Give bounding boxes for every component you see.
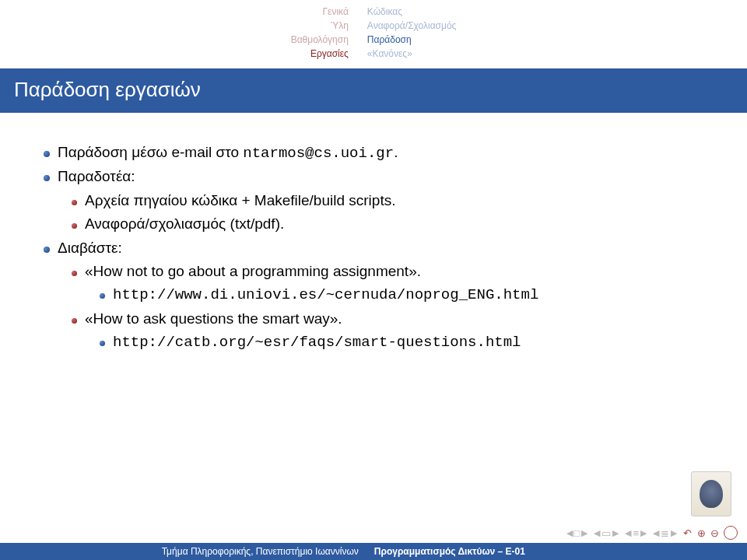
nav-goto-button[interactable]: ↶ — [682, 527, 693, 539]
bullet-icon — [72, 223, 77, 229]
text: Παράδοση μέσω e-mail στο — [58, 144, 243, 160]
bullet-icon — [72, 200, 77, 205]
text: Αρχεία πηγαίου κώδικα + Makefile/build s… — [85, 189, 395, 212]
bullet-icon — [72, 318, 77, 324]
list-item: Διαβάστε: — [44, 236, 716, 260]
nav-item[interactable]: Γενικά — [322, 5, 348, 19]
text: Παραδοτέα: — [58, 165, 135, 188]
nav-prev-subsection-button[interactable]: ◀▭▶ — [593, 527, 619, 539]
footer-bar: Τμήμα Πληροφορικής, Πανεπιστήμιο Ιωαννίν… — [0, 543, 747, 560]
bullet-icon — [44, 247, 50, 253]
list-item: Παραδοτέα: — [44, 165, 716, 188]
beamer-nav: ◀□▶ ◀▭▶ ◀≡▶ ◀≣▶ ↶ ⊕ ⊖ — [566, 526, 738, 540]
text: «How not to go about a programming assig… — [85, 260, 421, 283]
nav-item-active[interactable]: Παράδοση — [367, 33, 412, 47]
nav-item[interactable]: Βαθμολόγηση — [291, 33, 349, 47]
text: Αναφορά/σχολιασμός (txt/pdf). — [85, 212, 284, 236]
footer-institution: Τμήμα Πληροφορικής, Πανεπιστήμιο Ιωαννίν… — [0, 546, 370, 557]
nav-item-active[interactable]: Εργασίες — [310, 47, 349, 61]
nav-prev-frame-button[interactable]: ◀≡▶ — [624, 527, 647, 539]
nav-item[interactable]: Ύλη — [331, 19, 349, 33]
nav-search-button[interactable]: ⊕ — [697, 527, 706, 539]
bullet-icon — [100, 293, 105, 299]
footer-course: Προγραμματισμός Δικτύων – E-01 — [370, 546, 525, 557]
nav-prev-section-button[interactable]: ◀□▶ — [566, 527, 589, 539]
list-item: «How not to go about a programming assig… — [72, 260, 716, 283]
url-link[interactable]: http://catb.org/~esr/faqs/smart-question… — [113, 331, 521, 354]
nav-item[interactable]: «Κανόνες» — [367, 47, 412, 61]
list-item: Αναφορά/σχολιασμός (txt/pdf). — [72, 212, 716, 236]
bullet-icon — [100, 341, 105, 346]
nav-header: Γενικά Ύλη Βαθμολόγηση Εργασίες Κώδικας … — [0, 0, 747, 61]
email-address: ntarmos@cs.uoi.gr — [243, 145, 394, 162]
nav-right-col: Κώδικας Αναφορά/Σχολιασμός Παράδοση «Καν… — [367, 5, 457, 61]
bullet-icon — [44, 175, 50, 181]
nav-next-frame-button[interactable]: ◀≣▶ — [652, 527, 678, 539]
list-item: «How to ask questions the smart way». — [72, 307, 716, 331]
nav-zoom-button[interactable]: ⊖ — [710, 527, 719, 539]
text: «How to ask questions the smart way». — [85, 307, 342, 331]
nav-item[interactable]: Κώδικας — [367, 5, 402, 19]
bullet-icon — [72, 271, 77, 276]
university-logo — [691, 471, 731, 516]
nav-left-col: Γενικά Ύλη Βαθμολόγηση Εργασίες — [291, 5, 349, 61]
list-item: http://catb.org/~esr/faqs/smart-question… — [100, 331, 716, 354]
list-item: Αρχεία πηγαίου κώδικα + Makefile/build s… — [72, 189, 716, 212]
list-item: http://www.di.uniovi.es/~cernuda/noprog_… — [100, 283, 716, 306]
nav-cycle-button[interactable] — [724, 526, 738, 540]
slide-title: Παράδοση εργασιών — [0, 68, 747, 113]
text: Διαβάστε: — [58, 236, 122, 260]
text: . — [394, 144, 398, 160]
bullet-icon — [44, 151, 50, 157]
slide-content: Παράδοση μέσω e-mail στο ntarmos@cs.uoi.… — [0, 113, 747, 355]
url-link[interactable]: http://www.di.uniovi.es/~cernuda/noprog_… — [113, 283, 538, 306]
list-item: Παράδοση μέσω e-mail στο ntarmos@cs.uoi.… — [44, 141, 716, 165]
nav-item[interactable]: Αναφορά/Σχολιασμός — [367, 19, 457, 33]
